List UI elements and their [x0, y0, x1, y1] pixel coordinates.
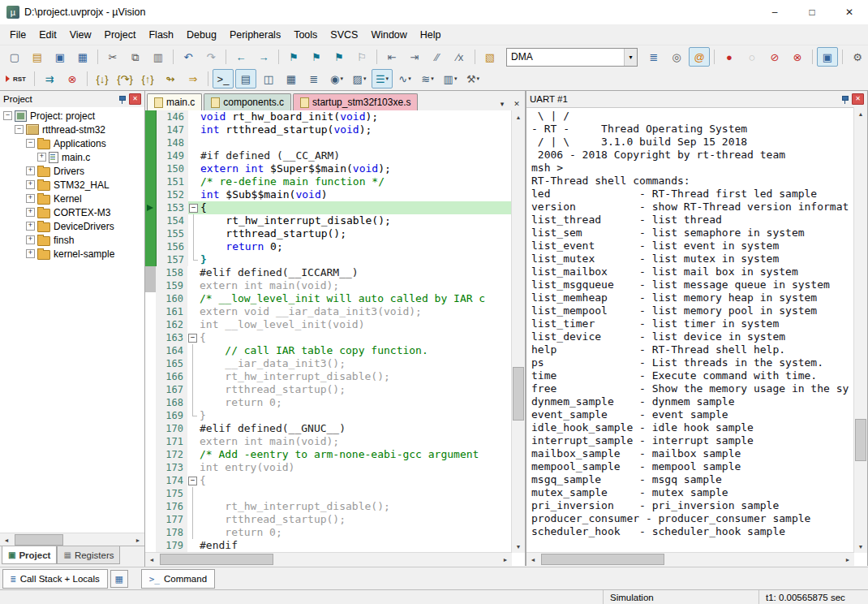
tree-expander[interactable]: + — [26, 235, 35, 244]
tree-item-devicedrivers[interactable]: +DeviceDrivers — [0, 219, 144, 233]
code-line[interactable]: 156 return 0; — [145, 240, 512, 253]
close-button[interactable]: ✕ — [831, 0, 868, 24]
enable-breakpoint-icon[interactable]: ◌ — [741, 47, 763, 67]
tree-item-kernel[interactable]: +Kernel — [0, 192, 144, 205]
cut-icon[interactable]: ✂ — [102, 47, 123, 67]
scroll-left-icon[interactable]: ◄ — [145, 553, 158, 566]
tree-item-kernel-sample[interactable]: +kernel-sample — [0, 247, 144, 261]
editor-hscrollbar[interactable]: ◄ ► — [145, 552, 512, 566]
code-line[interactable]: 173int entry(void) — [145, 461, 512, 474]
open-file-icon[interactable]: ▤ — [27, 47, 48, 67]
tree-item-cortex-m3[interactable]: +CORTEX-M3 — [0, 205, 144, 219]
scroll-right-icon[interactable]: ► — [131, 533, 144, 546]
step-over-icon[interactable]: {↷} — [114, 69, 135, 88]
tree-item-applications[interactable]: −Applications — [0, 136, 144, 150]
manage-project-items-icon[interactable]: ▧ — [479, 47, 501, 67]
maximize-button[interactable]: □ — [793, 0, 831, 24]
insert-breakpoint-icon[interactable]: ● — [719, 47, 740, 67]
new-file-icon[interactable]: ▢ — [4, 47, 25, 67]
code-line[interactable]: 163−{ — [145, 331, 512, 344]
step-into-icon[interactable]: {↓} — [92, 69, 113, 88]
paste-icon[interactable]: ▥ — [148, 47, 169, 67]
menu-tools[interactable]: Tools — [287, 27, 324, 43]
configuration-wrench-icon[interactable]: ⚙ — [847, 47, 868, 67]
tree-item-project-project[interactable]: −Project: project — [0, 109, 144, 123]
run-to-cursor-icon[interactable]: ↬ — [160, 69, 181, 88]
code-line[interactable]: 172/* Add -eentry to arm-none-eabi-gcc a… — [145, 448, 512, 461]
code-line[interactable]: 176 rt_hw_interrupt_disable(); — [145, 500, 512, 513]
bookmark-previous-icon[interactable]: ⚑ — [306, 47, 327, 67]
find-icon[interactable]: ◎ — [666, 47, 687, 67]
watch-windows-icon[interactable]: ◉▾ — [326, 69, 347, 88]
undo-icon[interactable]: ↶ — [178, 47, 199, 67]
serial-windows-icon[interactable]: ☰▾ — [372, 69, 393, 88]
tree-item-rtthread-stm32[interactable]: −rtthread-stm32 — [0, 123, 144, 136]
save-icon[interactable]: ▣ — [49, 47, 71, 67]
tab-call-stack-locals[interactable]: ≣ Call Stack + Locals — [2, 569, 108, 589]
code-line[interactable]: 179#endif — [145, 539, 512, 552]
menu-window[interactable]: Window — [364, 27, 413, 43]
tree-expander[interactable]: + — [26, 222, 35, 231]
tree-expander[interactable]: + — [26, 194, 35, 203]
command-window-icon[interactable]: >_ — [213, 69, 234, 88]
code-line[interactable]: 175 — [145, 487, 512, 500]
menu-debug[interactable]: Debug — [180, 27, 223, 43]
tab-list-dropdown-icon[interactable]: ▾ — [496, 97, 509, 110]
menu-file[interactable]: File — [3, 27, 32, 43]
uncomment-icon[interactable]: ∕x — [449, 47, 471, 67]
fold-marker[interactable]: − — [187, 474, 198, 487]
run-icon[interactable]: ⇉ — [39, 69, 60, 88]
scrollbar-thumb[interactable] — [513, 367, 524, 421]
indent-icon[interactable]: ⇥ — [404, 47, 425, 67]
registers-window-icon[interactable]: ▦ — [281, 69, 302, 88]
code-line[interactable]: 168 return 0; — [145, 396, 512, 409]
menu-peripherals[interactable]: Peripherals — [223, 27, 287, 43]
code-line[interactable]: 162int __low_level_init(void) — [145, 318, 512, 331]
tree-expander[interactable]: + — [26, 180, 35, 189]
tree-expander[interactable]: − — [15, 125, 24, 134]
uart-vscrollbar[interactable]: ▲ ▼ — [853, 107, 867, 553]
find-symbols-icon[interactable]: @ — [689, 47, 710, 67]
copy-icon[interactable]: ⧉ — [125, 47, 146, 67]
scroll-down-icon[interactable]: ▼ — [512, 540, 525, 553]
disable-all-breakpoints-icon[interactable]: ⊘ — [764, 47, 785, 67]
menu-view[interactable]: View — [63, 27, 98, 43]
menu-svcs[interactable]: SVCS — [324, 27, 364, 43]
dock-grid-icon[interactable]: ▦ — [110, 570, 128, 588]
tab-registers[interactable]: ▦ Registers — [57, 546, 120, 564]
call-stack-window-icon[interactable]: ≣ — [303, 69, 324, 88]
stop-icon[interactable]: ⊗ — [62, 69, 83, 88]
memory-windows-icon[interactable]: ▨▾ — [349, 69, 370, 88]
combo-dropdown-icon[interactable]: ▾ — [624, 49, 637, 66]
code-line[interactable]: 158#elif defined(__ICCARM__) — [145, 266, 512, 279]
code-line[interactable]: 166 rt_hw_interrupt_disable(); — [145, 370, 512, 383]
tree-expander[interactable]: + — [37, 153, 46, 162]
code-line[interactable]: 165 __iar_data_init3(); — [145, 357, 512, 370]
bookmark-toggle-icon[interactable]: ⚑ — [283, 47, 304, 67]
close-tab-icon[interactable]: ✕ — [510, 97, 523, 110]
menu-project[interactable]: Project — [98, 27, 143, 43]
code-line[interactable]: 146void rt_hw_board_init(void); — [145, 110, 512, 123]
trace-windows-icon[interactable]: ≋▾ — [417, 69, 438, 88]
code-line[interactable]: 161extern void __iar_data_init3(void); — [145, 305, 512, 318]
uart-output[interactable]: \ | / - RT - Thread Operating System / |… — [531, 110, 854, 538]
reset-icon[interactable]: RST — [4, 69, 30, 88]
fold-marker[interactable]: − — [188, 201, 199, 214]
scroll-right-icon[interactable]: ► — [841, 553, 854, 566]
project-hscrollbar[interactable]: ◄ ► — [0, 533, 144, 546]
close-icon[interactable]: ✕ — [852, 93, 864, 105]
find-combo[interactable]: DMA▾ — [506, 48, 638, 67]
code-line[interactable]: 157} — [145, 253, 512, 266]
editor-vscrollbar[interactable]: ▲ ▼ — [511, 110, 525, 553]
scrollbar-thumb[interactable] — [15, 534, 63, 546]
scroll-right-icon[interactable]: ► — [499, 553, 512, 566]
scrollbar-thumb[interactable] — [541, 554, 664, 565]
fold-marker[interactable]: − — [187, 331, 198, 344]
tree-expander[interactable]: − — [3, 111, 12, 120]
code-line[interactable]: 154 rt_hw_interrupt_disable(); — [145, 214, 512, 227]
scroll-up-icon[interactable]: ▲ — [854, 107, 867, 120]
code-line[interactable]: 160/* __low_level_init will auto called … — [145, 292, 512, 305]
pin-icon[interactable] — [118, 95, 127, 104]
code-line[interactable]: 177 rtthread_startup(); — [145, 513, 512, 526]
step-out-icon[interactable]: {↑} — [137, 69, 158, 88]
